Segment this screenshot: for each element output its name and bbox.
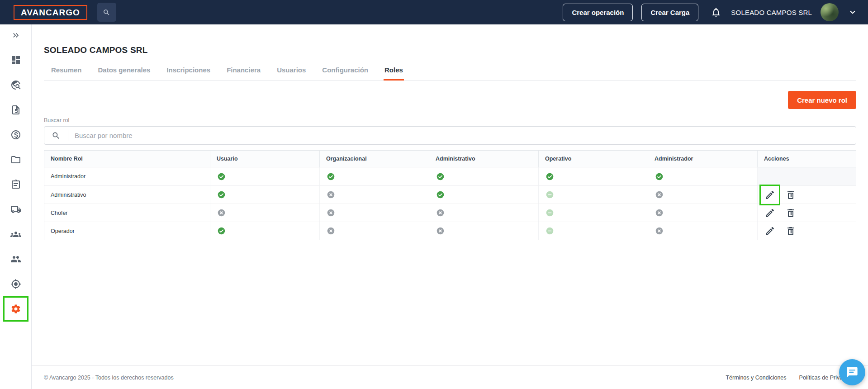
role-name: Administrativo	[44, 186, 210, 204]
users-icon[interactable]	[8, 251, 24, 267]
truck-icon[interactable]	[8, 202, 24, 217]
copyright-text: © Avancargo 2025 - Todos los derechos re…	[44, 375, 174, 381]
tab-datos-generales[interactable]: Datos generales	[97, 66, 152, 80]
status-check-icon	[210, 186, 319, 204]
actions-cell	[757, 167, 856, 185]
header-acciones: Acciones	[757, 151, 856, 167]
topbar: AVANCARGO Crear operación Crear Carga SO…	[0, 0, 868, 24]
header-organizacional: Organizacional	[319, 151, 429, 167]
trash-icon	[785, 208, 796, 218]
status-cross-icon	[429, 204, 538, 222]
status-cross-icon	[319, 222, 429, 240]
main-content: SOLEADO CAMPOS SRL Resumen Datos general…	[32, 24, 868, 365]
actions-cell	[757, 222, 856, 240]
delete-role-button[interactable]	[784, 206, 797, 220]
terms-link[interactable]: Términos y Condiciones	[726, 375, 786, 381]
actions-cell	[757, 186, 856, 204]
status-check-icon	[648, 167, 757, 185]
edit-role-button[interactable]	[763, 224, 777, 238]
status-check-icon	[210, 167, 319, 185]
status-cross-icon	[210, 204, 319, 222]
actions-cell	[757, 204, 856, 222]
roles-table: Nombre Rol Usuario Organizacional Admini…	[44, 150, 856, 240]
footer: © Avancargo 2025 - Todos los derechos re…	[32, 365, 868, 389]
header-administrativo: Administrativo	[429, 151, 538, 167]
tab-configuracion[interactable]: Configuración	[321, 66, 369, 80]
role-name: Chofer	[44, 204, 210, 222]
status-check-icon	[429, 167, 538, 185]
chevron-down-icon[interactable]	[847, 7, 858, 18]
delete-role-button[interactable]	[784, 188, 797, 202]
role-name: Administrador	[44, 167, 210, 185]
settings-gear-icon[interactable]	[8, 301, 24, 317]
header-usuario: Usuario	[210, 151, 319, 167]
search-icon	[44, 131, 68, 140]
search-role-label: Buscar rol	[44, 117, 856, 123]
table-row: Chofer	[44, 204, 856, 222]
tracking-target-icon[interactable]	[8, 276, 24, 292]
folder-icon[interactable]	[8, 152, 24, 167]
header-operativo: Operativo	[538, 151, 648, 167]
company-name: SOLEADO CAMPOS SRL	[731, 9, 812, 16]
status-minus-icon	[538, 204, 648, 222]
teams-icon[interactable]	[8, 227, 24, 242]
status-check-icon	[319, 167, 429, 185]
header-nombre-rol: Nombre Rol	[44, 151, 210, 167]
role-name: Operador	[44, 222, 210, 240]
dashboard-icon[interactable]	[8, 52, 24, 68]
status-cross-icon	[429, 222, 538, 240]
table-row: Operador	[44, 222, 856, 240]
status-check-icon	[210, 222, 319, 240]
tab-roles[interactable]: Roles	[384, 66, 404, 80]
tabs: Resumen Datos generales Inscripciones Fi…	[44, 66, 856, 81]
status-cross-icon	[648, 186, 757, 204]
create-role-button[interactable]: Crear nuevo rol	[788, 91, 856, 109]
avancargo-logo[interactable]: AVANCARGO	[14, 5, 87, 20]
trash-icon	[785, 226, 796, 237]
status-check-icon	[429, 186, 538, 204]
status-minus-icon	[538, 222, 648, 240]
status-cross-icon	[319, 186, 429, 204]
create-operation-button[interactable]: Crear operación	[563, 4, 633, 21]
pencil-icon	[764, 208, 775, 218]
table-row: Administrativo	[44, 185, 856, 204]
pencil-icon	[764, 226, 775, 237]
payments-dollar-icon[interactable]	[8, 127, 24, 142]
edit-role-button[interactable]	[763, 206, 777, 220]
role-search-input[interactable]	[68, 132, 856, 139]
double-chevron-right-icon[interactable]	[8, 28, 24, 43]
tab-inscripciones[interactable]: Inscripciones	[166, 66, 211, 80]
notifications-bell-icon[interactable]	[710, 6, 722, 19]
chat-icon	[846, 366, 859, 379]
create-load-button[interactable]: Crear Carga	[641, 4, 698, 21]
topbar-search-button[interactable]	[97, 3, 116, 22]
sidebar	[0, 24, 32, 389]
table-row: Administrador	[44, 167, 856, 185]
chat-widget-button[interactable]	[839, 359, 865, 385]
tab-usuarios[interactable]: Usuarios	[276, 66, 307, 80]
status-check-icon	[538, 167, 648, 185]
search-icon	[103, 9, 110, 16]
page-title: SOLEADO CAMPOS SRL	[44, 45, 856, 55]
table-header: Nombre Rol Usuario Organizacional Admini…	[44, 151, 856, 167]
pencil-icon	[764, 190, 775, 200]
tab-resumen[interactable]: Resumen	[50, 66, 83, 80]
status-cross-icon	[648, 222, 757, 240]
edit-role-button[interactable]	[763, 188, 777, 202]
trash-icon	[785, 190, 796, 200]
status-minus-icon	[538, 186, 648, 204]
status-cross-icon	[648, 204, 757, 222]
invoice-document-icon[interactable]	[8, 102, 24, 118]
tab-financiera[interactable]: Financiera	[226, 66, 261, 80]
header-administrador: Administrador	[648, 151, 757, 167]
company-avatar[interactable]	[821, 3, 839, 21]
table-body: AdministradorAdministrativoChoferOperado…	[44, 167, 856, 240]
search-explore-icon[interactable]	[8, 77, 24, 93]
clipboard-icon[interactable]	[8, 177, 24, 192]
status-cross-icon	[319, 204, 429, 222]
delete-role-button[interactable]	[784, 224, 797, 238]
role-search-box	[44, 126, 856, 145]
